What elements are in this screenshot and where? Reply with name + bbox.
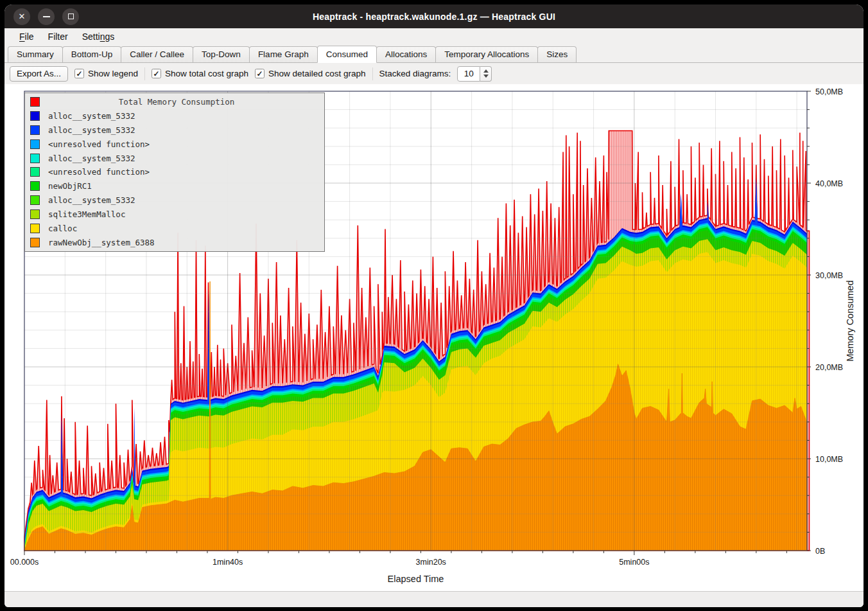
- stacked-diagrams-value[interactable]: 10: [457, 66, 480, 82]
- titlebar[interactable]: ✕ Heaptrack - heaptrack.wakunode.1.gz — …: [4, 4, 864, 28]
- legend-item: Total Memory Consumption: [25, 96, 324, 109]
- legend-swatch: [30, 97, 40, 107]
- legend-swatch: [30, 195, 40, 205]
- legend-label: newObjRC1: [48, 181, 92, 191]
- spin-down-icon[interactable]: [483, 75, 489, 78]
- toolbar-separator: [144, 67, 145, 80]
- tabbar: SummaryBottom-UpCaller / CalleeTop-DownF…: [4, 45, 864, 63]
- minimize-button[interactable]: [38, 8, 55, 25]
- x-tick-label: 1min40s: [213, 558, 243, 567]
- legend-label: sqlite3MemMalloc: [48, 209, 125, 219]
- legend-label: Total Memory Consumption: [48, 97, 324, 107]
- checkbox-icon[interactable]: ✓: [152, 69, 161, 78]
- y-tick-label: 0B: [815, 547, 825, 556]
- legend-item: alloc__system_5332: [25, 194, 324, 207]
- legend-label: alloc__system_5332: [48, 195, 135, 205]
- menu-settings[interactable]: Settings: [76, 30, 121, 43]
- legend-item: rawNewObj__system_6388: [25, 236, 324, 249]
- legend-item: alloc__system_5332: [25, 110, 324, 123]
- legend-swatch: [30, 139, 40, 149]
- legend-swatch: [30, 238, 40, 247]
- toolbar-checkboxes: ✓Show legend✓Show total cost graph✓Show …: [74, 67, 366, 80]
- screen: ✕ Heaptrack - heaptrack.wakunode.1.gz — …: [0, 0, 868, 611]
- heaptrack-window: ✕ Heaptrack - heaptrack.wakunode.1.gz — …: [4, 4, 864, 607]
- checkbox-icon[interactable]: ✓: [255, 69, 265, 78]
- y-tick-label: 10,0MB: [815, 455, 843, 464]
- legend-item: calloc: [25, 222, 324, 235]
- close-icon: ✕: [19, 12, 26, 21]
- chart-legend: Total Memory Consumptionalloc__system_53…: [24, 93, 325, 252]
- x-axis-title: Elapsed Time: [388, 574, 444, 584]
- legend-swatch: [30, 209, 40, 219]
- legend-item: sqlite3MemMalloc: [25, 208, 324, 220]
- y-tick-label: 40,0MB: [815, 179, 843, 188]
- export-as-button[interactable]: Export As...: [10, 66, 68, 82]
- tab-sizes[interactable]: Sizes: [537, 46, 577, 62]
- y-tick-label: 50,0MB: [815, 87, 843, 96]
- legend-label: rawNewObj__system_6388: [48, 238, 155, 247]
- minimize-icon: [43, 16, 50, 17]
- legend-item: newObjRC1: [25, 180, 324, 193]
- legend-label: <unresolved function>: [48, 167, 150, 177]
- spin-buttons: [480, 66, 492, 82]
- legend-item: alloc__system_5332: [25, 124, 324, 137]
- legend-swatch: [30, 125, 40, 135]
- x-tick-label: 00.000s: [10, 558, 39, 567]
- consumed-chart[interactable]: 00.000s1min40s3min20s5min00s0B10,0MB20,0…: [4, 84, 864, 591]
- maximize-button[interactable]: [62, 8, 79, 25]
- legend-swatch: [30, 111, 40, 121]
- tab-summary[interactable]: Summary: [8, 46, 63, 62]
- legend-label: alloc__system_5332: [48, 125, 135, 135]
- legend-label: calloc: [48, 224, 77, 233]
- checkbox-show-total-cost-graph[interactable]: ✓Show total cost graph: [152, 69, 248, 78]
- legend-item: <unresolved function>: [25, 166, 324, 179]
- statusbar: [4, 591, 864, 607]
- tab-flame-graph[interactable]: Flame Graph: [249, 46, 318, 62]
- checkbox-label: Show total cost graph: [165, 69, 248, 78]
- menu-file[interactable]: File: [13, 30, 40, 43]
- tab-top-down[interactable]: Top-Down: [193, 46, 250, 62]
- y-tick-label: 30,0MB: [815, 271, 843, 280]
- legend-swatch: [30, 181, 40, 191]
- window-title: Heaptrack - heaptrack.wakunode.1.gz — He…: [4, 12, 864, 22]
- x-tick-label: 5min00s: [619, 558, 649, 567]
- tab-allocations[interactable]: Allocations: [376, 46, 436, 62]
- legend-item: alloc__system_5332: [25, 152, 324, 164]
- checkbox-icon[interactable]: ✓: [74, 69, 84, 78]
- close-button[interactable]: ✕: [13, 8, 30, 25]
- tab-bottom-up[interactable]: Bottom-Up: [62, 46, 122, 62]
- window-controls: ✕: [13, 4, 79, 28]
- stacked-diagrams-spinbox[interactable]: 10: [457, 66, 492, 82]
- menu-filter[interactable]: Filter: [42, 30, 74, 43]
- y-axis-title: Memory Consumed: [845, 280, 855, 362]
- checkbox-show-legend[interactable]: ✓Show legend: [74, 69, 138, 78]
- y-tick-label: 20,0MB: [815, 363, 843, 372]
- legend-label: <unresolved function>: [48, 139, 150, 149]
- checkbox-show-detailed-cost-graph[interactable]: ✓Show detailed cost graph: [255, 69, 366, 78]
- checkbox-label: Show detailed cost graph: [268, 69, 366, 78]
- toolbar-separator: [372, 67, 373, 80]
- tab-temporary-allocations[interactable]: Temporary Allocations: [435, 46, 538, 62]
- legend-swatch: [30, 154, 40, 163]
- legend-label: alloc__system_5332: [48, 154, 135, 163]
- stacked-diagrams-label: Stacked diagrams:: [379, 69, 451, 78]
- toolbar: Export As... ✓Show legend✓Show total cos…: [4, 63, 864, 84]
- legend-swatch: [30, 224, 40, 233]
- legend-label: alloc__system_5332: [48, 111, 135, 121]
- legend-swatch: [30, 167, 40, 177]
- checkbox-label: Show legend: [88, 69, 138, 78]
- legend-item: <unresolved function>: [25, 137, 324, 150]
- tab-consumed[interactable]: Consumed: [317, 46, 377, 63]
- spin-up-icon[interactable]: [483, 69, 489, 73]
- menubar: FileFilterSettings: [4, 28, 864, 45]
- tab-caller-callee[interactable]: Caller / Callee: [121, 46, 193, 62]
- maximize-icon: [68, 13, 74, 19]
- x-tick-label: 3min20s: [416, 558, 446, 567]
